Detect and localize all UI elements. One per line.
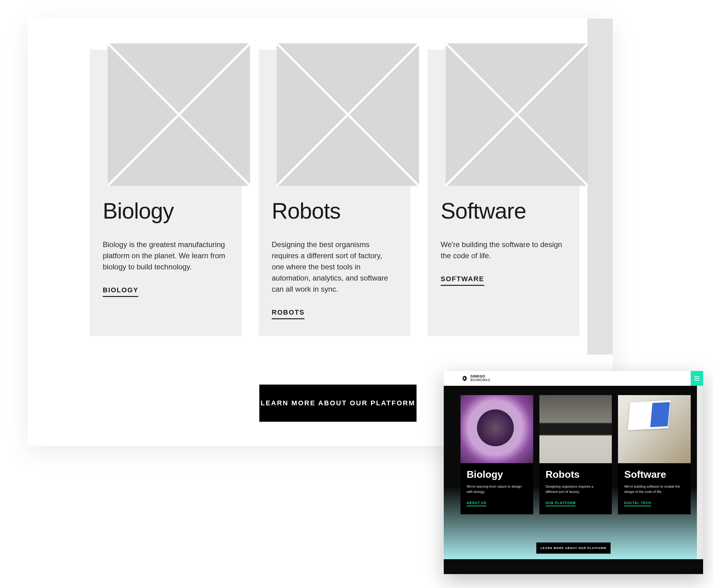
- wireframe-card-software: Software We're building the software to …: [428, 49, 579, 336]
- card-link-software[interactable]: SOFTWARE: [441, 275, 484, 286]
- card-title: Robots: [545, 469, 606, 480]
- brand-name: GINKGO BIOWORKS: [470, 375, 491, 382]
- wireframe-card-robots: Robots Designing the best organisms requ…: [259, 49, 410, 336]
- card-description: We're learning from nature to design wit…: [467, 484, 527, 494]
- brand-line1: GINKGO: [470, 374, 485, 378]
- wireframe-sidebar-placeholder: [587, 19, 613, 355]
- card-title: Software: [441, 198, 566, 224]
- svg-point-6: [463, 377, 466, 379]
- card-description: We're building software to enable the de…: [624, 484, 685, 494]
- preview-image-software: [618, 395, 691, 463]
- card-description: We're building the software to design th…: [441, 239, 564, 261]
- link-our-platform[interactable]: OUR PLATFORM: [545, 501, 576, 506]
- image-placeholder: [446, 43, 588, 186]
- image-placeholder: [277, 43, 419, 186]
- preview-card-biology: Biology We're learning from nature to de…: [460, 395, 533, 514]
- brand-line2: BIOWORKS: [470, 378, 491, 382]
- card-link-robots[interactable]: ROBOTS: [272, 309, 304, 319]
- card-link-biology[interactable]: BIOLOGY: [103, 286, 138, 297]
- image-placeholder: [108, 43, 250, 186]
- card-description: Designing organisms requires a different…: [545, 484, 606, 494]
- gear-icon: [461, 375, 468, 382]
- preview-image-robots: [539, 395, 612, 463]
- preview-header: GINKGO BIOWORKS: [444, 371, 703, 386]
- card-title: Biology: [103, 198, 229, 224]
- preview-sidebar: [697, 386, 703, 559]
- preview-cards-row: Biology We're learning from nature to de…: [460, 395, 691, 514]
- preview-cta-button[interactable]: LEARN MORE ABOUT OUR PLATFORM: [536, 543, 610, 554]
- brand-logo[interactable]: GINKGO BIOWORKS: [461, 375, 491, 382]
- preview-image-biology: [460, 395, 533, 463]
- card-title: Biology: [467, 469, 527, 480]
- preview-mockup: GINKGO BIOWORKS Biology We're learning f…: [444, 371, 703, 574]
- card-title: Software: [624, 469, 685, 480]
- link-digital-tech[interactable]: DIGITAL TECH: [624, 501, 651, 506]
- hamburger-icon: [694, 376, 699, 377]
- card-title: Robots: [272, 198, 397, 224]
- cta-learn-more-button[interactable]: LEARN MORE ABOUT OUR PLATFORM: [259, 384, 416, 422]
- preview-card-software: Software We're building software to enab…: [618, 395, 691, 514]
- preview-card-robots: Robots Designing organisms requires a di…: [539, 395, 612, 514]
- wireframe-card-biology: Biology Biology is the greatest manufact…: [90, 49, 241, 336]
- hamburger-menu-button[interactable]: [691, 371, 703, 386]
- wireframe-cards-row: Biology Biology is the greatest manufact…: [90, 49, 579, 336]
- link-about-us[interactable]: ABOUT US: [467, 501, 487, 506]
- card-description: Biology is the greatest manufacturing pl…: [103, 239, 226, 272]
- card-description: Designing the best organisms requires a …: [272, 239, 395, 295]
